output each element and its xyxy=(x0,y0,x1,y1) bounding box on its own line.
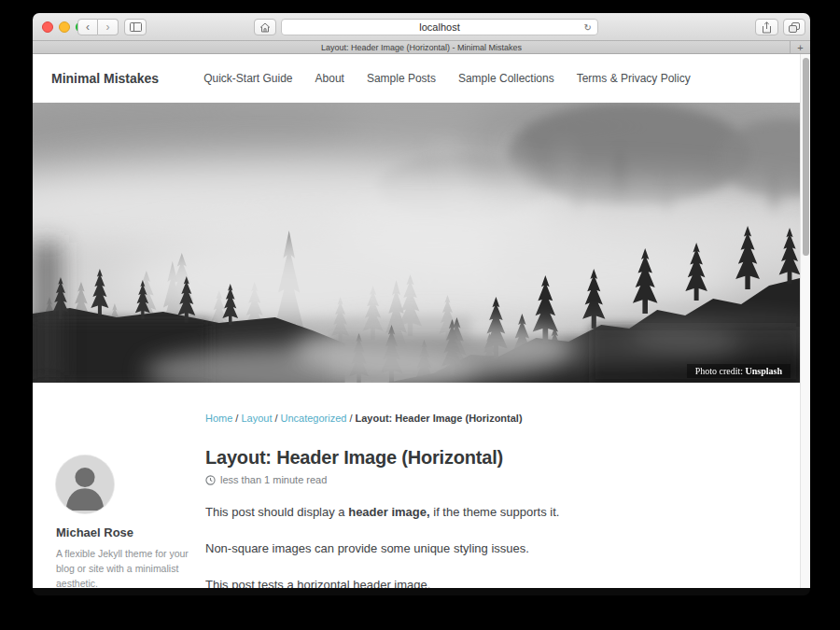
post-meta: less than 1 minute read xyxy=(205,474,733,485)
active-tab[interactable]: Layout: Header Image (Horizontal) - Mini… xyxy=(321,43,522,52)
nav-about[interactable]: About xyxy=(315,72,344,85)
site-masthead: Minimal Mistakes Quick-Start Guide About… xyxy=(33,54,800,103)
clock-icon xyxy=(205,475,216,485)
paragraph: This post should display a header image,… xyxy=(205,503,733,522)
article: Michael Rose A flexible Jekyll theme for… xyxy=(33,383,800,588)
nav-sample-collections[interactable]: Sample Collections xyxy=(458,72,554,85)
post-body: This post should display a header image,… xyxy=(205,503,733,588)
forward-button[interactable]: › xyxy=(98,19,119,35)
author-bio: A flexible Jekyll theme for your blog or… xyxy=(56,547,189,588)
breadcrumb: Home/Layout/Uncategorized/Layout: Header… xyxy=(205,413,733,424)
home-button[interactable] xyxy=(254,19,276,35)
photo-credit-source: Unsplash xyxy=(746,366,782,376)
header-image-illustration xyxy=(33,103,800,383)
share-button[interactable] xyxy=(755,19,778,35)
person-icon xyxy=(56,455,114,513)
author-name: Michael Rose xyxy=(56,525,205,539)
paragraph-text: if the theme supports it. xyxy=(430,505,560,519)
url-text: localhost xyxy=(419,21,459,33)
breadcrumb-separator: / xyxy=(349,413,352,424)
web-page: Minimal Mistakes Quick-Start Guide About… xyxy=(33,54,800,588)
share-icon xyxy=(762,21,772,34)
photo-credit-label: Photo credit: xyxy=(695,366,746,376)
breadcrumb-separator: / xyxy=(235,413,238,424)
forward-icon: › xyxy=(106,21,110,33)
page-scrollbar[interactable] xyxy=(800,54,810,588)
nav-sample-posts[interactable]: Sample Posts xyxy=(367,72,436,85)
address-bar[interactable]: localhost ↻ xyxy=(281,19,598,35)
scrollbar-thumb[interactable] xyxy=(803,58,809,256)
browser-viewport: Minimal Mistakes Quick-Start Guide About… xyxy=(33,54,810,588)
read-time: less than 1 minute read xyxy=(220,474,327,485)
home-icon xyxy=(259,22,271,33)
site-title[interactable]: Minimal Mistakes xyxy=(51,71,159,86)
header-image: Photo credit: Unsplash xyxy=(33,103,800,383)
site-nav: Quick-Start Guide About Sample Posts Sam… xyxy=(203,72,691,85)
sidebar-toggle-button[interactable] xyxy=(124,19,147,35)
breadcrumb-layout[interactable]: Layout xyxy=(241,413,272,424)
paragraph-bold-text: header image, xyxy=(348,505,429,519)
paragraph: Non-square images can provide some uniqu… xyxy=(205,539,733,558)
browser-window: ‹ › localhost ↻ Layout: Header Image (Ho… xyxy=(33,13,810,595)
nav-terms-privacy[interactable]: Terms & Privacy Policy xyxy=(577,72,691,85)
photo-credit: Photo credit: Unsplash xyxy=(687,364,791,378)
close-window-button[interactable] xyxy=(42,21,53,33)
author-sidebar: Michael Rose A flexible Jekyll theme for… xyxy=(56,413,205,588)
sidebar-icon xyxy=(130,22,142,32)
breadcrumb-separator: / xyxy=(274,413,277,424)
breadcrumb-current: Layout: Header Image (Horizontal) xyxy=(356,413,523,424)
post-main: Home/Layout/Uncategorized/Layout: Header… xyxy=(205,413,733,588)
back-icon: ‹ xyxy=(86,21,90,33)
breadcrumb-home[interactable]: Home xyxy=(205,413,232,424)
browser-toolbar: ‹ › localhost ↻ xyxy=(33,13,810,41)
back-button[interactable]: ‹ xyxy=(77,19,98,35)
paragraph: This post tests a horizontal header imag… xyxy=(205,576,733,588)
new-tab-button[interactable]: + xyxy=(790,41,810,53)
avatar xyxy=(56,455,114,513)
breadcrumb-uncategorized[interactable]: Uncategorized xyxy=(281,413,347,424)
minimize-window-button[interactable] xyxy=(59,21,70,33)
tab-bar: Layout: Header Image (Horizontal) - Mini… xyxy=(33,41,810,54)
page-title: Layout: Header Image (Horizontal) xyxy=(205,447,733,469)
show-all-tabs-button[interactable] xyxy=(783,19,805,35)
paragraph-text: This post should display a xyxy=(205,505,348,519)
nav-quick-start-guide[interactable]: Quick-Start Guide xyxy=(203,72,292,85)
reload-icon[interactable]: ↻ xyxy=(584,22,592,33)
tabs-icon xyxy=(789,22,800,33)
